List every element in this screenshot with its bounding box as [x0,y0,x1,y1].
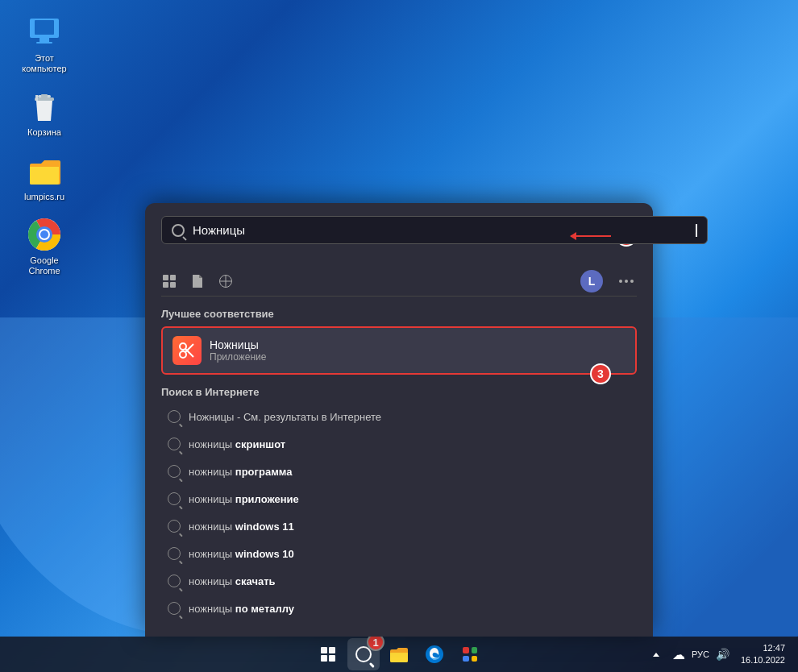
svg-point-13 [180,351,186,358]
search-result-icon-7 [168,575,181,587]
search-result-icon-8 [168,602,181,615]
desktop-icon-folder[interactable]: lumpics.ru [16,155,73,202]
filter-tab-docs[interactable] [190,272,205,291]
edge-icon [426,645,443,663]
chrome-icon [28,218,60,251]
web-result-text-5: ножницы windows 11 [189,521,294,533]
step-badge-3: 3 [590,363,611,384]
recycle-bin-icon [28,90,60,122]
clock-time: 12:47 [741,642,785,654]
desktop-icons-container: Этоткомпьютер Корзина lum [16,16,73,276]
search-panel: Ножницы 2 [145,203,653,637]
taskbar-right: ☁ РУС 🔊 12:47 16.10.2022 [646,641,790,669]
desktop-icon-chrome[interactable]: Google Chrome [16,218,73,276]
search-result-icon-4 [168,492,181,505]
language-indicator[interactable]: РУС [692,649,709,659]
best-match-app-name: Ножницы [210,338,266,351]
desktop-icon-recycle[interactable]: Корзина [16,90,73,138]
web-search-list: Ножницы - См. результаты в Интернете нож… [161,404,637,620]
search-result-icon-6 [168,547,181,560]
search-icon [172,224,185,237]
web-result-4[interactable]: ножницы приложение [161,487,637,511]
system-clock[interactable]: 12:47 16.10.2022 [736,641,790,669]
filter-tabs: L [161,267,637,297]
scissors-app-icon [172,336,202,365]
web-result-text-2: ножницы скриншот [189,438,285,450]
search-result-icon-2 [168,438,181,450]
svg-rect-6 [35,95,38,101]
web-result-text-1: Ножницы - См. результаты в Интернете [189,411,381,423]
web-result-text-4: ножницы приложение [189,493,299,505]
file-icon [192,275,203,288]
web-result-2[interactable]: ножницы скриншот [161,432,637,456]
taskbar: 1 [0,637,798,672]
globe-icon [219,275,232,288]
desktop: Этоткомпьютер Корзина lum [0,0,798,672]
svg-rect-3 [36,42,52,44]
search-input-container: Ножницы [161,216,708,244]
svg-rect-1 [35,20,54,35]
volume-icon[interactable]: 🔊 [716,648,729,661]
file-explorer-button[interactable] [383,638,415,670]
folder-label: lumpics.ru [24,192,64,202]
more-button[interactable] [616,276,637,286]
best-match-app-type: Приложение [210,351,266,363]
web-search-heading: Поиск в Интернете [161,386,637,398]
web-result-1[interactable]: Ножницы - См. результаты в Интернете [161,404,637,429]
filter-tab-web[interactable] [218,272,234,291]
thispc-label: Этоткомпьютер [22,53,66,74]
edge-button[interactable] [418,638,451,670]
search-result-icon-5 [168,520,181,533]
search-result-icon-1 [168,410,181,423]
web-result-text-6: ножницы windows 10 [189,548,294,560]
app-tiles-button[interactable] [454,638,486,670]
web-result-text-7: ножницы скачать [189,575,276,587]
search-input[interactable]: Ножницы [193,223,695,237]
taskbar-search-button[interactable]: 1 [347,638,380,670]
monitor-icon [28,16,60,48]
clock-date: 16.10.2022 [741,654,785,666]
svg-point-12 [180,343,186,350]
best-match-text: Ножницы Приложение [210,338,266,363]
web-result-5[interactable]: ножницы windows 11 [161,514,637,538]
folder-icon [28,155,60,187]
explorer-icon [390,646,408,662]
recycle-label: Корзина [27,127,61,138]
svg-rect-7 [41,94,48,97]
desktop-icon-thispc[interactable]: Этоткомпьютер [16,16,73,74]
all-icon [163,275,176,288]
chevron-up-icon [653,653,659,657]
start-button[interactable] [312,638,344,670]
svg-rect-2 [39,38,49,42]
search-result-icon-3 [168,465,181,478]
chrome-label: Google Chrome [16,255,73,276]
best-match-item[interactable]: Ножницы Приложение 3 [161,326,637,375]
system-tray[interactable] [646,649,666,660]
web-result-text-3: ножницы программа [189,466,292,478]
best-match-heading: Лучшее соответствие [161,308,637,320]
web-result-8[interactable]: ножницы по металлу [161,596,637,620]
user-avatar[interactable]: L [580,270,603,292]
web-result-3[interactable]: ножницы программа [161,459,637,483]
svg-point-11 [40,230,48,239]
web-result-6[interactable]: ножницы windows 10 [161,541,637,566]
web-result-text-8: ножницы по металлу [189,603,294,615]
web-result-7[interactable]: ножницы скачать [161,569,637,593]
windows-logo-icon [321,647,335,662]
taskbar-center: 1 [312,638,486,670]
scissors-svg [178,342,196,359]
onedrive-icon[interactable]: ☁ [672,647,685,662]
tiles-icon [463,647,477,662]
filter-tab-all[interactable] [161,272,177,291]
